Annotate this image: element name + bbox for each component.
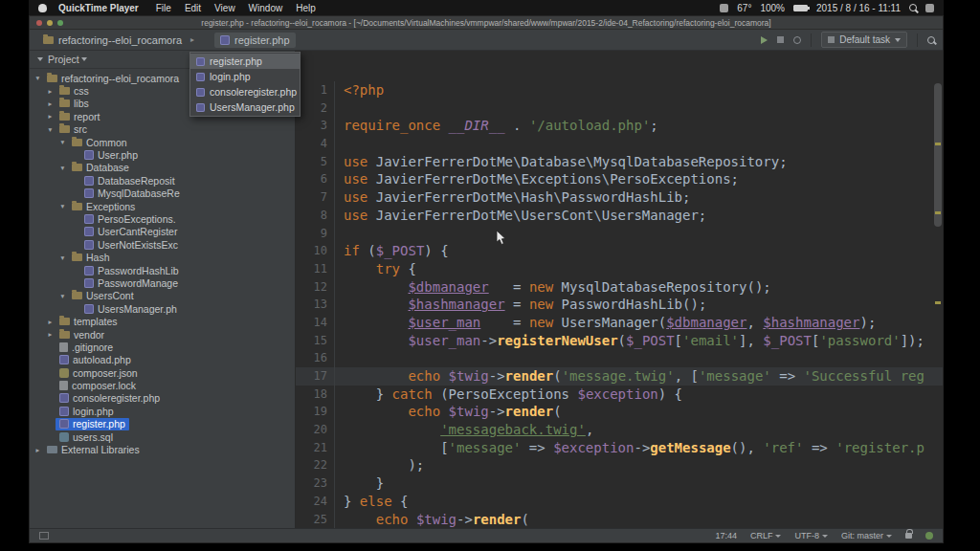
code-line-9[interactable]: 9 xyxy=(296,225,943,243)
tree-item-usersmanager-ph[interactable]: UsersManager.ph xyxy=(30,302,295,315)
code-line-23[interactable]: 23 } xyxy=(296,474,943,493)
menu-item-edit[interactable]: Edit xyxy=(185,3,201,13)
refresh-icon[interactable] xyxy=(793,36,801,44)
tree-item-usernotexistsexc[interactable]: UserNotExistsExc xyxy=(30,238,295,251)
code-line-5[interactable]: 5use JavierFerrerDotMe\Database\MysqlDat… xyxy=(296,153,943,171)
expand-arrow-icon[interactable]: ▾ xyxy=(33,74,43,82)
tree-item-common[interactable]: ▾Common xyxy=(30,136,295,148)
tree-item-mysqldatabasere[interactable]: MysqlDatabaseRe xyxy=(30,187,295,200)
code-line-10[interactable]: 10if ($_POST) { xyxy=(296,242,943,260)
expand-arrow-icon[interactable]: ▸ xyxy=(45,112,56,121)
file-popup-item[interactable]: consoleregister.php xyxy=(190,84,300,99)
tree-item--gitignore[interactable]: .gitignore xyxy=(30,341,295,353)
code-line-8[interactable]: 8use JavierFerrerDotMe\UsersCont\UsersMa… xyxy=(296,207,943,225)
tree-item-composer-lock[interactable]: composer.lock xyxy=(30,379,295,391)
breadcrumb-project[interactable]: refactoring--eloi_rocamora xyxy=(37,33,188,48)
tree-item-register-php[interactable]: register.php xyxy=(30,418,295,430)
code-line-1[interactable]: 1<?php xyxy=(296,81,943,99)
expand-arrow-icon[interactable]: ▾ xyxy=(57,292,68,300)
encoding-widget[interactable]: UTF-8 xyxy=(794,531,828,540)
file-popup-item[interactable]: register.php xyxy=(190,54,300,69)
warning-stripe-mark[interactable] xyxy=(935,143,941,145)
tree-item-src[interactable]: ▾src xyxy=(30,123,295,136)
menu-item-file[interactable]: File xyxy=(156,3,171,13)
apple-menu-icon[interactable] xyxy=(38,4,47,12)
search-icon[interactable] xyxy=(927,36,935,44)
close-window-button[interactable] xyxy=(36,20,42,26)
expand-arrow-icon[interactable]: ▸ xyxy=(45,318,56,326)
tree-item-databasereposit[interactable]: DatabaseReposit xyxy=(30,174,295,187)
tree-item-persoexceptions-[interactable]: PersoExceptions. xyxy=(30,212,295,225)
menubar-app-name[interactable]: QuickTime Player xyxy=(58,3,139,13)
code-line-19[interactable]: 19 echo $twig->render( xyxy=(296,403,943,421)
tree-item-exceptions[interactable]: ▾Exceptions xyxy=(30,200,295,212)
code-line-14[interactable]: 14 $user_man = new UsersManager($dbmanag… xyxy=(296,314,943,332)
menu-item-view[interactable]: View xyxy=(214,3,235,13)
expand-arrow-icon[interactable]: ▾ xyxy=(45,125,56,134)
code-line-17[interactable]: 17 echo $twig->render('message.twig', ['… xyxy=(296,367,943,386)
tree-item-login-php[interactable]: login.php xyxy=(30,405,295,417)
breadcrumb-file[interactable]: register.php xyxy=(214,33,295,48)
battery-icon[interactable] xyxy=(793,5,808,11)
toolwindow-toggle-icon[interactable] xyxy=(39,532,49,540)
expand-arrow-icon[interactable]: ▸ xyxy=(45,99,56,108)
menubar-clock[interactable]: 2015 / 8 / 16 - 11:11 xyxy=(816,3,901,13)
code-editor[interactable]: 1<?php23require_once __DIR__ . '/autoloa… xyxy=(296,51,943,528)
expand-arrow-icon[interactable]: ▸ xyxy=(33,446,43,454)
tree-item-templates[interactable]: ▸templates xyxy=(30,315,295,327)
tree-item-database[interactable]: ▾Database xyxy=(30,162,295,174)
code-line-22[interactable]: 22 ); xyxy=(296,456,943,474)
expand-arrow-icon[interactable]: ▾ xyxy=(57,164,68,172)
git-branch-widget[interactable]: Git: master xyxy=(841,531,892,540)
code-line-2[interactable]: 2 xyxy=(296,99,943,118)
code-line-6[interactable]: 6use JavierFerrerDotMe\Exceptions\PersoE… xyxy=(296,170,943,188)
tree-item-hash[interactable]: ▾Hash xyxy=(30,251,295,263)
file-popup-item[interactable]: UsersManager.php xyxy=(190,99,300,115)
spotlight-icon[interactable] xyxy=(909,4,917,11)
file-popup-item[interactable]: login.php xyxy=(190,69,300,84)
zoom-window-button[interactable] xyxy=(57,20,63,26)
code-line-11[interactable]: 11 try { xyxy=(296,260,943,278)
window-titlebar[interactable]: register.php - refactoring--eloi_rocamor… xyxy=(30,16,943,30)
tree-item-consoleregister-php[interactable]: consoleregister.php xyxy=(30,392,295,405)
menu-item-help[interactable]: Help xyxy=(296,3,316,13)
expand-arrow-icon[interactable]: ▾ xyxy=(57,202,68,210)
code-line-15[interactable]: 15 $user_man->registerNewUser($_POST['em… xyxy=(296,332,943,350)
code-line-20[interactable]: 20 'messageback.twig', xyxy=(296,421,943,439)
tree-item-user-php[interactable]: User.php xyxy=(30,148,295,161)
run-icon[interactable] xyxy=(761,36,768,44)
tree-item-composer-json[interactable]: composer.json xyxy=(30,366,295,379)
code-line-13[interactable]: 13 $hashmanager = new PasswordHashLib(); xyxy=(296,296,943,314)
expand-arrow-icon[interactable]: ▸ xyxy=(45,87,56,96)
code-line-18[interactable]: 18 } catch (PersoExceptions $exception) … xyxy=(296,386,943,404)
tree-item-vendor[interactable]: ▸vendor xyxy=(30,328,295,341)
inspection-status-icon[interactable] xyxy=(925,532,933,540)
warning-stripe-mark[interactable] xyxy=(935,211,941,214)
expand-arrow-icon[interactable]: ▸ xyxy=(45,330,56,339)
tree-item-users-sql[interactable]: users.sql xyxy=(30,430,295,443)
caret-position-widget[interactable]: 17:44 xyxy=(715,531,737,540)
tree-item-passwordmanage[interactable]: PasswordManage xyxy=(30,276,295,289)
code-line-16[interactable]: 16 xyxy=(296,349,943,367)
editor-scrollbar[interactable] xyxy=(934,83,942,227)
expand-arrow-icon[interactable]: ▾ xyxy=(57,253,68,262)
code-line-12[interactable]: 12 $dbmanager = new MysqlDatabaseReposit… xyxy=(296,278,943,297)
notification-center-icon[interactable] xyxy=(925,4,934,12)
code-line-21[interactable]: 21 ['message' => $exception->getMessage(… xyxy=(296,439,943,457)
tree-item-usercantregister[interactable]: UserCantRegister xyxy=(30,226,295,238)
code-line-3[interactable]: 3require_once __DIR__ . '/autoload.php'; xyxy=(296,117,943,135)
code-line-4[interactable]: 4 xyxy=(296,135,943,153)
warning-stripe-mark[interactable] xyxy=(935,301,941,304)
minimize-window-button[interactable] xyxy=(47,20,53,26)
volume-icon[interactable] xyxy=(720,4,728,12)
line-ending-widget[interactable]: CRLF xyxy=(750,531,782,540)
tree-item-userscont[interactable]: ▾UsersCont xyxy=(30,290,295,302)
menu-item-window[interactable]: Window xyxy=(249,3,283,13)
code-line-24[interactable]: 24} else { xyxy=(296,493,943,511)
menubar-temperature[interactable]: 67° xyxy=(737,3,751,13)
stop-icon[interactable] xyxy=(777,36,784,43)
lock-icon[interactable] xyxy=(905,533,912,539)
tree-item-autoload-php[interactable]: autoload.php xyxy=(30,354,295,366)
tree-item-passwordhashlib[interactable]: PasswordHashLib xyxy=(30,264,295,276)
tree-item-external-libraries[interactable]: ▸External Libraries xyxy=(30,443,295,455)
